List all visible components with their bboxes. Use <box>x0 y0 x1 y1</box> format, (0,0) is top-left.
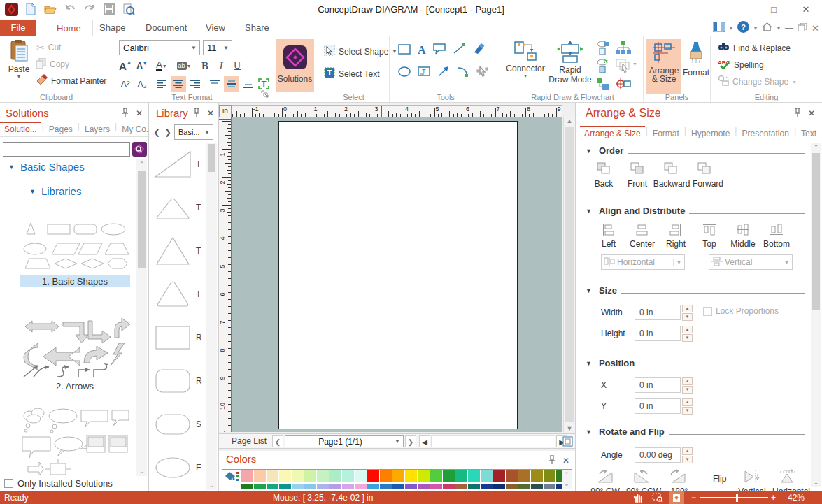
order-front-label[interactable]: Front <box>619 179 656 189</box>
section-size[interactable]: ▼Size <box>586 285 805 296</box>
align-top-icon[interactable] <box>703 224 716 238</box>
angle-input[interactable]: 0.00 deg <box>635 447 681 463</box>
pin-icon[interactable] <box>548 455 555 466</box>
tab-arrange-size[interactable]: Arrange & Size <box>580 126 645 141</box>
solutions-scrollbar[interactable]: ⌃ ⌄ <box>136 159 147 476</box>
close-icon[interactable]: ✕ <box>808 108 815 118</box>
panel-layout-dropdown[interactable]: ▾ <box>730 25 732 31</box>
zoom-slider-handle[interactable] <box>736 494 738 502</box>
color-swatch[interactable] <box>292 470 304 482</box>
library-scrollbar[interactable]: ⌄ <box>206 143 217 490</box>
zoom-out-icon[interactable]: − <box>691 492 696 503</box>
section-rotate-flip[interactable]: ▼Rotate and Flip <box>586 426 805 437</box>
color-swatch[interactable] <box>329 484 341 489</box>
find-replace-button[interactable]: Find & Replace <box>718 42 791 54</box>
color-swatch[interactable] <box>418 484 430 489</box>
color-swatch[interactable] <box>367 484 379 489</box>
scroll-down-icon[interactable]: ⌄ <box>206 480 217 490</box>
tab-file[interactable]: File <box>0 20 36 36</box>
library-prev-icon[interactable]: ❮ <box>152 128 162 137</box>
align-middle-icon[interactable] <box>737 224 749 238</box>
order-backward-label[interactable]: Backward <box>651 179 692 189</box>
color-swatch[interactable] <box>418 470 430 482</box>
zoom-select-icon[interactable] <box>652 492 663 504</box>
width-spinner[interactable]: ▲▼ <box>682 305 693 320</box>
color-swatch[interactable] <box>531 470 543 482</box>
color-swatch[interactable] <box>329 470 341 482</box>
align-left-icon[interactable] <box>602 224 614 238</box>
color-swatch[interactable] <box>392 470 404 482</box>
flip-horizontal-label[interactable]: Horizontal <box>769 487 814 491</box>
color-swatch[interactable] <box>493 484 505 489</box>
section-position[interactable]: ▼Position <box>586 358 805 368</box>
distribute-vertical-combo[interactable]: Vertical▼ <box>709 254 793 270</box>
rectangle-tool-icon[interactable] <box>398 44 411 57</box>
library-shape-stadium[interactable]: S <box>153 403 206 446</box>
superscript-button[interactable]: A² <box>118 76 133 92</box>
library-shape-rounded-rectangle[interactable]: R <box>153 359 206 403</box>
color-swatch[interactable] <box>468 484 480 489</box>
bring-forward-icon[interactable] <box>697 162 711 177</box>
library-shape-ellipse[interactable]: E <box>153 446 206 489</box>
align-right-label[interactable]: Right <box>658 239 693 249</box>
connector-button[interactable]: Connector ▼ <box>505 39 546 95</box>
colors-scrollbar[interactable]: ⌃ ⌄ <box>562 470 572 489</box>
ellipse-tool-icon[interactable] <box>398 66 411 79</box>
italic-button[interactable]: I <box>213 58 229 73</box>
color-swatch[interactable] <box>481 470 493 482</box>
panel-layout-icon[interactable] <box>713 22 725 34</box>
bold-button[interactable]: B <box>197 58 213 73</box>
cut-button[interactable]: ✂ Cut <box>36 42 61 53</box>
paste-button[interactable]: Paste ▼ <box>6 40 32 79</box>
rotate-90ccw-label[interactable]: 90° CCW <box>622 487 665 491</box>
section-order[interactable]: ▼Order <box>586 145 805 156</box>
scroll-up-icon[interactable]: ⌃ <box>136 159 147 169</box>
scroll-down-icon[interactable]: ⌄ <box>811 477 821 487</box>
select-group-icon[interactable] <box>616 59 631 75</box>
color-swatch[interactable] <box>443 484 455 489</box>
color-swatch[interactable] <box>531 484 543 489</box>
align-center-icon[interactable] <box>636 224 648 238</box>
flip-vertical-label[interactable]: Vertical <box>732 487 772 491</box>
color-swatch[interactable] <box>342 484 354 489</box>
format-painter-button[interactable]: Format Painter <box>36 74 106 87</box>
collapse-arrow-icon[interactable]: ▼ <box>586 208 592 216</box>
flip-vertical-icon[interactable] <box>742 468 762 487</box>
tab-hypernote[interactable]: Hypernote <box>687 126 734 141</box>
rapid-draw-mode-button[interactable]: Rapid Draw Mode <box>547 39 593 95</box>
align-left-icon[interactable] <box>154 76 169 92</box>
library-shape-right-triangle[interactable]: T <box>153 143 206 186</box>
color-swatch[interactable] <box>443 470 455 482</box>
subscript-button[interactable]: A₂ <box>134 76 150 92</box>
zoom-level[interactable]: 42% <box>788 492 805 503</box>
color-swatch[interactable] <box>405 484 417 489</box>
tab-text[interactable]: Text <box>797 126 821 141</box>
color-swatch[interactable] <box>518 470 530 482</box>
color-swatch[interactable] <box>304 484 316 489</box>
font-size-combo[interactable]: 11▼ <box>203 40 232 55</box>
color-swatch[interactable] <box>455 470 467 482</box>
color-swatch[interactable] <box>518 484 530 489</box>
order-back-label[interactable]: Back <box>586 179 622 189</box>
rotate-180-label[interactable]: 180° <box>664 487 695 491</box>
color-swatch[interactable] <box>355 470 367 482</box>
collapse-arrow-icon[interactable]: ▼ <box>586 287 592 296</box>
bring-to-front-icon[interactable] <box>630 162 644 177</box>
close-icon[interactable]: ✕ <box>136 108 143 118</box>
solutions-search-input[interactable] <box>3 142 130 157</box>
section-align-distribute[interactable]: ▼Align and Distribute <box>586 206 805 216</box>
height-spinner[interactable]: ▲▼ <box>682 326 693 341</box>
width-input[interactable]: 0 in <box>635 305 681 320</box>
color-swatch[interactable] <box>430 470 442 482</box>
color-swatch[interactable] <box>506 484 518 489</box>
library-shape-rounded-triangle[interactable]: T <box>153 273 206 316</box>
crosshair-shape-icon[interactable] <box>616 77 631 93</box>
spelling-button[interactable]: ABC Spelling <box>718 59 764 71</box>
color-swatch[interactable] <box>304 470 316 482</box>
align-center-icon[interactable] <box>171 76 186 92</box>
close-button[interactable]: ✕ <box>790 0 822 20</box>
y-input[interactable]: 0 in <box>635 398 681 414</box>
align-top-label[interactable]: Top <box>692 239 727 249</box>
valign-top-icon[interactable] <box>207 76 222 92</box>
page[interactable] <box>278 121 518 429</box>
